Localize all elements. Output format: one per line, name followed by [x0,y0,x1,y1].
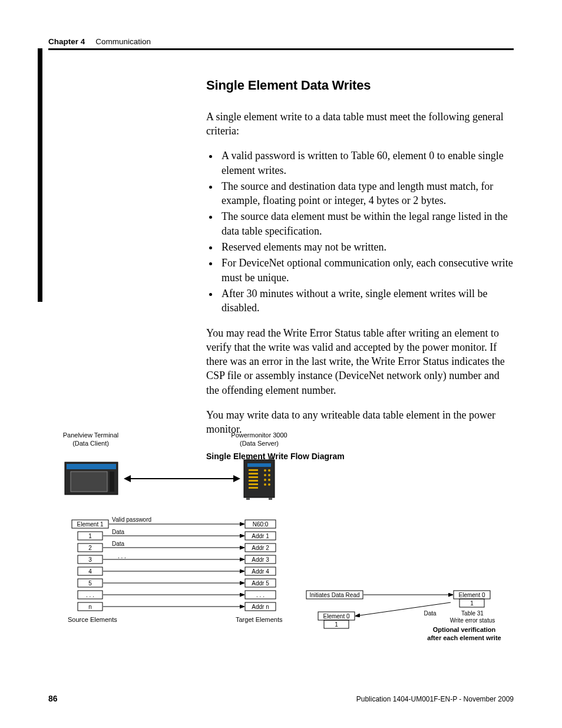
svg-rect-10 [249,483,258,485]
svg-text:. . .: . . . [256,592,265,598]
source-element-box: . . . [78,591,103,599]
svg-text:Element 1: Element 1 [77,521,103,528]
target-element-box: Addr 5 [245,579,276,587]
svg-text:1: 1 [88,533,92,539]
svg-marker-25 [124,475,131,482]
svg-text:Data: Data [424,610,437,617]
target-element-box: Addr 1 [245,532,276,540]
svg-text:Initiates Data Read: Initiates Data Read [309,592,359,598]
source-element-box: n [78,602,103,611]
svg-text:N60:0: N60:0 [253,521,269,528]
svg-point-12 [264,469,266,472]
target-elements-label: Target Elements [236,616,283,623]
bidirectional-arrow-icon [124,475,240,482]
svg-rect-9 [249,480,258,482]
svg-text:Optional verification: Optional verification [433,626,496,633]
svg-rect-22 [246,498,250,500]
svg-text:Element 0: Element 0 [458,592,485,598]
target-element-box: . . . [245,591,276,599]
target-element-box: Addr n [245,602,276,611]
page-number: 86 [48,693,58,704]
svg-point-17 [268,479,270,481]
svg-text:4: 4 [88,568,92,575]
list-item: After 30 minutes without a write, single… [219,286,514,315]
svg-point-14 [264,474,266,476]
server-label-top: Powermonitor 3000 [231,431,287,439]
section-title: Single Element Data Writes [206,77,514,94]
source-element-box: 4 [78,567,103,575]
svg-rect-3 [110,472,114,492]
chapter-label: Chapter 4 [48,37,85,47]
svg-rect-11 [249,487,258,489]
svg-text:after each element write: after each element write [427,634,501,641]
arrow-label-dots: . . . [118,553,126,559]
svg-rect-21 [269,457,272,460]
svg-rect-20 [246,457,250,460]
arrow-label-password: Valid password [112,516,151,523]
svg-rect-5 [247,463,271,467]
server-device-icon [244,457,275,500]
source-element-box: 2 [78,543,103,552]
svg-point-13 [268,469,270,472]
svg-text:Addr 2: Addr 2 [252,545,269,551]
list-item: For DeviceNet optional communication onl… [219,256,514,285]
page-footer: 86 Publication 1404-UM001F-EN-P - Novemb… [48,693,514,704]
target-element-box: N60:0 [245,520,276,528]
post-paragraph-1: You may read the Write Error Status tabl… [206,326,514,397]
criteria-list: A valid password is written to Table 60,… [219,149,514,315]
list-item: The source and destination data type and… [219,179,514,208]
client-device-icon [65,462,118,495]
verification-panel: Initiates Data Read Element 0 1 Element … [306,591,501,641]
svg-point-18 [264,483,266,486]
page-header: Chapter 4 Communication [48,37,514,47]
arrow-label-data: Data [112,541,125,547]
svg-point-19 [268,483,270,486]
svg-text:3: 3 [88,556,92,563]
svg-text:Table 31: Table 31 [461,610,484,617]
source-element-box: Element 1 [72,520,108,528]
svg-point-16 [264,479,266,481]
source-element-box: 3 [78,555,103,564]
flow-diagram: Panelview Terminal (Data Client) Powermo… [59,430,514,651]
svg-text:. . .: . . . [86,592,94,598]
svg-rect-6 [249,469,258,471]
target-element-box: Addr 2 [245,543,276,552]
side-accent-bar [38,48,42,302]
chapter-section: Communication [95,37,151,47]
svg-rect-8 [249,476,258,478]
svg-text:Addr n: Addr n [252,604,269,610]
svg-text:Addr 5: Addr 5 [252,580,269,587]
target-element-box: Addr 4 [245,567,276,575]
svg-rect-7 [249,473,258,475]
svg-text:1: 1 [335,621,338,628]
source-elements-label: Source Elements [68,616,117,623]
target-element-box: Addr 3 [245,555,276,564]
list-item: Reserved elements may not be written. [219,240,514,254]
intro-paragraph: A single element write to a data table m… [206,110,514,139]
source-element-box: 5 [78,579,103,587]
svg-rect-2 [71,472,107,492]
svg-text:1: 1 [470,600,474,607]
server-label-bottom: (Data Server) [240,440,279,447]
client-label-top: Panelview Terminal [63,431,119,439]
svg-text:5: 5 [88,580,92,587]
main-content: Single Element Data Writes A single elem… [206,77,514,462]
svg-text:2: 2 [88,545,92,551]
client-label-bottom: (Data Client) [72,440,109,447]
svg-text:n: n [88,604,92,610]
source-element-box: 1 [78,532,103,540]
svg-rect-23 [269,498,272,500]
svg-text:Element 0: Element 0 [323,613,349,620]
svg-marker-26 [233,475,240,482]
list-item: A valid password is written to Table 60,… [219,149,514,177]
arrow-label-data: Data [112,529,125,535]
publication-info: Publication 1404-UM001F-EN-P - November … [356,694,514,704]
list-item: The source data element must be within t… [219,209,514,238]
svg-text:Write error status: Write error status [450,617,495,624]
svg-point-15 [268,474,270,476]
svg-text:Addr 4: Addr 4 [252,568,269,575]
svg-text:Addr 3: Addr 3 [252,556,269,563]
svg-line-79 [356,602,451,616]
svg-text:Addr 1: Addr 1 [252,533,269,539]
svg-rect-1 [67,464,116,469]
